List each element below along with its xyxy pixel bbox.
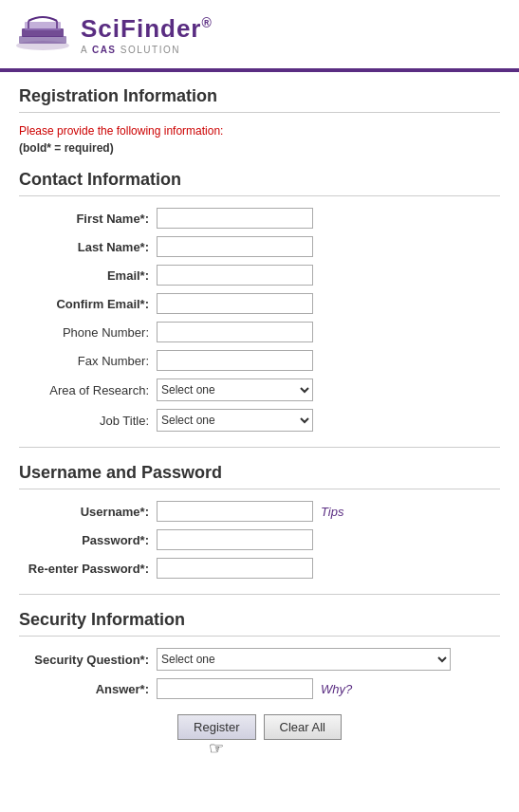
confirm-email-row: Confirm Email*: bbox=[19, 293, 500, 314]
last-name-row: Last Name*: bbox=[19, 236, 500, 257]
username-heading: Username and Password bbox=[19, 463, 500, 489]
why-link[interactable]: Why? bbox=[321, 682, 352, 696]
username-label: Username*: bbox=[19, 505, 157, 519]
first-name-input[interactable] bbox=[157, 208, 313, 229]
password-label: Password*: bbox=[19, 533, 157, 547]
email-row: Email*: bbox=[19, 265, 500, 286]
reenter-password-row: Re-enter Password*: bbox=[19, 558, 500, 579]
last-name-input[interactable] bbox=[157, 236, 313, 257]
answer-row: Answer*: Why? bbox=[19, 678, 500, 699]
password-row: Password*: bbox=[19, 529, 500, 550]
username-row: Username*: Tips bbox=[19, 501, 500, 522]
clear-all-button[interactable]: Clear All bbox=[264, 714, 342, 740]
register-button[interactable]: Register bbox=[177, 714, 255, 740]
svg-rect-2 bbox=[25, 22, 61, 30]
security-heading: Security Information bbox=[19, 610, 500, 637]
security-question-select[interactable]: Select one What is your mother's maiden … bbox=[157, 648, 451, 671]
logo-title: SciFinder® bbox=[81, 14, 213, 44]
tips-link[interactable]: Tips bbox=[321, 505, 343, 519]
phone-label: Phone Number: bbox=[19, 325, 157, 340]
reenter-label: Re-enter Password*: bbox=[19, 562, 157, 576]
logo-text: SciFinder® A CAS SOLUTION bbox=[81, 14, 213, 55]
first-name-row: First Name*: bbox=[19, 208, 500, 229]
security-section: Security Information Security Question*:… bbox=[19, 610, 500, 699]
password-input[interactable] bbox=[157, 529, 313, 550]
fax-row: Fax Number: bbox=[19, 350, 500, 371]
logo-subtitle: A CAS SOLUTION bbox=[81, 45, 213, 55]
last-name-label: Last Name*: bbox=[19, 240, 157, 254]
phone-row: Phone Number: bbox=[19, 322, 500, 342]
username-input[interactable] bbox=[157, 501, 313, 522]
required-legend: (bold* = required) bbox=[19, 141, 500, 155]
security-question-label: Security Question*: bbox=[19, 653, 157, 667]
info-text: Please provide the following information… bbox=[19, 124, 500, 138]
buttons-row: Register ☞ Clear All bbox=[19, 714, 500, 740]
job-title-select[interactable]: Select one Student Researcher Professor … bbox=[157, 409, 313, 432]
svg-point-3 bbox=[16, 41, 69, 50]
phone-input[interactable] bbox=[157, 322, 313, 342]
page-title: Registration Information bbox=[19, 86, 500, 113]
email-label: Email*: bbox=[19, 268, 157, 283]
register-button-wrapper: Register ☞ bbox=[177, 714, 255, 740]
email-input[interactable] bbox=[157, 265, 313, 286]
main-content: Registration Information Please provide … bbox=[0, 72, 519, 754]
divider-2 bbox=[19, 594, 500, 595]
area-row: Area of Research: Select one Chemistry B… bbox=[19, 378, 500, 401]
confirm-email-label: Confirm Email*: bbox=[19, 297, 157, 311]
job-title-row: Job Title: Select one Student Researcher… bbox=[19, 409, 500, 432]
username-section: Username and Password Username*: Tips Pa… bbox=[19, 463, 500, 579]
confirm-email-input[interactable] bbox=[157, 293, 313, 314]
area-select[interactable]: Select one Chemistry Biology Physics Oth… bbox=[157, 378, 313, 401]
first-name-label: First Name*: bbox=[19, 212, 157, 226]
app-header: SciFinder® A CAS SOLUTION bbox=[0, 0, 519, 72]
contact-section: Contact Information First Name*: Last Na… bbox=[19, 170, 500, 432]
contact-heading: Contact Information bbox=[19, 170, 500, 196]
reenter-password-input[interactable] bbox=[157, 558, 313, 579]
area-label: Area of Research: bbox=[19, 383, 157, 397]
fax-input[interactable] bbox=[157, 350, 313, 371]
security-question-row: Security Question*: Select one What is y… bbox=[19, 648, 500, 671]
answer-input[interactable] bbox=[157, 678, 313, 699]
answer-label: Answer*: bbox=[19, 682, 157, 696]
logo-icon bbox=[14, 9, 71, 59]
fax-label: Fax Number: bbox=[19, 354, 157, 368]
logo: SciFinder® A CAS SOLUTION bbox=[14, 9, 213, 59]
divider-1 bbox=[19, 447, 500, 448]
job-title-label: Job Title: bbox=[19, 414, 157, 428]
cursor-indicator: ☞ bbox=[209, 740, 224, 757]
